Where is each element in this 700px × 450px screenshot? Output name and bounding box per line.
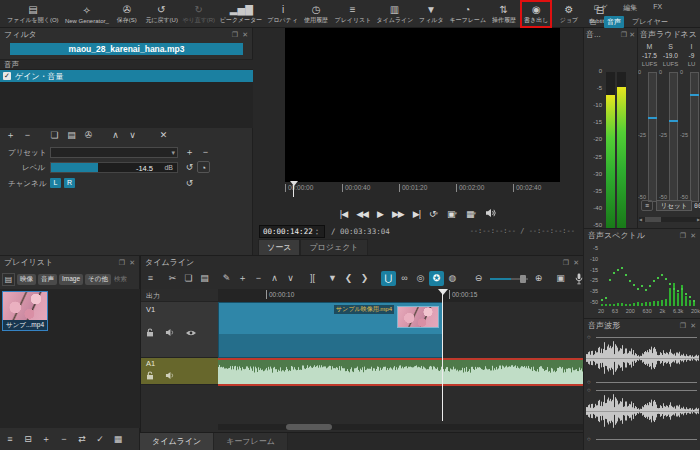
playlist-filter-chip[interactable]: 映像 — [17, 274, 36, 285]
layout-tab[interactable]: 編集 — [620, 2, 640, 14]
timeline-playhead[interactable] — [442, 289, 443, 421]
lock-icon[interactable] — [146, 371, 154, 380]
level-slider[interactable]: -14.5 dB — [50, 162, 178, 173]
track-header-a1[interactable]: A1 — [141, 358, 218, 385]
toolbar-button[interactable]: ↻ やり直す(R) — [181, 1, 216, 27]
filter-action-button[interactable]: ❏ — [47, 129, 62, 142]
filter-enabled-checkbox[interactable]: ✓ — [3, 72, 11, 80]
toolbar-button[interactable]: ≡ プレイリスト — [333, 1, 373, 27]
timeline-tool-button[interactable]: ≡ — [143, 271, 158, 286]
timeline-tool-button[interactable]: ❮ — [341, 271, 356, 286]
channel-undo-icon[interactable]: ↺ — [183, 177, 196, 189]
playlist-bottom-button[interactable]: ▦ — [110, 432, 126, 446]
toolbar-button[interactable]: ✧ New Generator_ — [63, 1, 111, 27]
filter-action-button[interactable]: ▤ — [64, 129, 79, 142]
timeline-tool-button[interactable]: ✂ — [165, 271, 180, 286]
filter-action-button[interactable]: ∧ — [108, 129, 123, 142]
bottom-dock-tab[interactable]: キーフレーム — [214, 433, 288, 450]
transport-button[interactable]: ▶ — [377, 205, 383, 222]
channel-left-button[interactable]: L — [50, 178, 61, 188]
close-panel-icon[interactable]: ✕ — [129, 258, 135, 268]
timeline-scrollbar[interactable] — [218, 424, 584, 430]
timeline-playhead-grip[interactable] — [438, 289, 448, 295]
close-panel-icon[interactable]: ✕ — [690, 231, 696, 241]
layout-tab[interactable]: 音声 — [604, 16, 624, 28]
filter-action-button[interactable]: ＋ — [3, 129, 18, 142]
preset-combo[interactable]: ▾ — [50, 147, 178, 158]
timeline-tool-button[interactable]: ][ — [305, 271, 320, 286]
transport-button[interactable]: ▶| — [413, 205, 420, 222]
playlist-bottom-button[interactable]: ✓ — [92, 432, 108, 446]
filter-action-button[interactable]: ∨ — [125, 129, 140, 142]
loudness-scrollbar-thumb[interactable] — [645, 217, 661, 222]
layout-tab[interactable]: FX — [650, 2, 665, 14]
bottom-dock-tab[interactable]: タイムライン — [140, 433, 214, 450]
toolbar-button[interactable]: ◉ 書き出し — [520, 0, 552, 28]
filter-action-button[interactable]: ✕ — [156, 129, 171, 142]
playlist-bottom-button[interactable]: ⇄ — [74, 432, 90, 446]
toolbar-button[interactable]: ↺ 元に戻す(U) — [144, 1, 179, 27]
transport-button[interactable]: |◀ — [340, 205, 347, 222]
zoom-slider-thumb[interactable] — [520, 275, 526, 283]
close-panel-icon[interactable]: ✕ — [690, 321, 696, 331]
timeline-tool-button[interactable]: ∞ — [397, 271, 412, 286]
mute-speaker-icon[interactable] — [165, 371, 175, 380]
track-header-v1[interactable]: V1 — [141, 302, 218, 358]
timeline-tool-button[interactable]: ▼ — [325, 271, 340, 286]
timeline-tool-button[interactable]: ◎ — [413, 271, 428, 286]
transport-button[interactable]: ▦▾ — [466, 205, 476, 222]
float-panel-icon[interactable]: ❐ — [680, 321, 686, 331]
timeline-tool-button[interactable]: − — [251, 271, 266, 286]
mute-speaker-icon[interactable] — [165, 328, 175, 337]
playlist-bottom-button[interactable]: ⊟ — [20, 432, 36, 446]
timeline-tool-button[interactable]: ❯ — [357, 271, 372, 286]
transport-button[interactable]: ▶▶ — [392, 205, 404, 222]
playlist-filter-chip[interactable]: その他 — [85, 274, 111, 285]
playlist-bottom-button[interactable]: ＋ — [38, 432, 54, 446]
timeline-tool-button[interactable]: ⋃ — [381, 271, 396, 286]
timeline-tool-button[interactable]: ∨ — [283, 271, 298, 286]
scroll-left-icon[interactable]: ◀ — [639, 217, 642, 222]
filter-row-gain-volume[interactable]: ✓ ゲイン・音量 — [0, 70, 253, 82]
playlist-filter-chip[interactable]: Image — [59, 274, 83, 285]
toolbar-button[interactable]: ▤ ファイルを開く(O) — [5, 1, 61, 27]
toolbar-button[interactable]: ▥ タイムライン — [375, 1, 415, 27]
search-input[interactable]: 検索 — [114, 275, 127, 284]
loudness-scrollbar[interactable]: ◀ ▶ — [639, 217, 700, 222]
channel-right-button[interactable]: R — [64, 178, 75, 188]
playlist-filter-chip[interactable]: 音声 — [38, 274, 57, 285]
timeline-tool-button[interactable]: ✎ — [219, 271, 234, 286]
timeline-tool-button[interactable]: ⊖ — [471, 271, 486, 286]
preset-remove-button[interactable]: − — [199, 146, 212, 158]
filter-action-button[interactable]: − — [20, 129, 35, 142]
hide-eye-icon[interactable] — [186, 330, 196, 336]
timeline-ruler[interactable]: 00:00:1000:00:15 — [218, 289, 584, 302]
loudness-reset-button[interactable]: リセット — [656, 200, 692, 211]
player-tab[interactable]: プロジェクト — [300, 239, 367, 255]
timeline-tool-button[interactable]: ▤ — [197, 271, 212, 286]
transport-button[interactable]: ◀◀ — [356, 205, 368, 222]
level-undo-icon[interactable]: ↺ — [183, 161, 196, 173]
player-tab[interactable]: ソース — [258, 239, 300, 255]
loudness-menu-icon[interactable]: ≡ — [641, 200, 653, 211]
current-time-spinner[interactable]: 00:00:14:22 ▴ ▾ — [259, 225, 325, 238]
toolbar-button[interactable]: i プロパティ — [266, 1, 299, 27]
toolbar-button[interactable]: ▼ フィルタ — [417, 1, 446, 27]
toolbar-button[interactable]: ✇ 保存(S) — [113, 1, 142, 27]
view-details-icon[interactable]: ▤ — [2, 273, 15, 286]
playlist-item[interactable]: サンプ...mp4 — [2, 291, 48, 331]
float-panel-icon[interactable]: ❐ — [563, 258, 569, 268]
timeline-tool-button[interactable]: ◍ — [445, 271, 460, 286]
close-panel-icon[interactable]: ✕ — [629, 30, 635, 40]
audio-clip[interactable] — [218, 358, 584, 386]
toolbar-button[interactable]: ▂▅▇ ピークメーター — [218, 1, 264, 27]
close-panel-icon[interactable]: ✕ — [242, 30, 248, 40]
float-panel-icon[interactable]: ❐ — [232, 30, 238, 40]
float-panel-icon[interactable]: ❐ — [680, 231, 686, 241]
layout-tab[interactable]: 色 — [586, 16, 599, 28]
toolbar-button[interactable]: ⇅ 操作履歴 — [489, 1, 518, 27]
timeline-tool-button[interactable]: ✪ — [429, 271, 444, 286]
layout-tab[interactable]: ログ — [590, 2, 610, 14]
player-ruler[interactable]: 00:00:0000:00:4000:01:2000:02:0000:02:40 — [285, 184, 575, 200]
layout-tab[interactable]: プレイヤー — [629, 16, 671, 28]
